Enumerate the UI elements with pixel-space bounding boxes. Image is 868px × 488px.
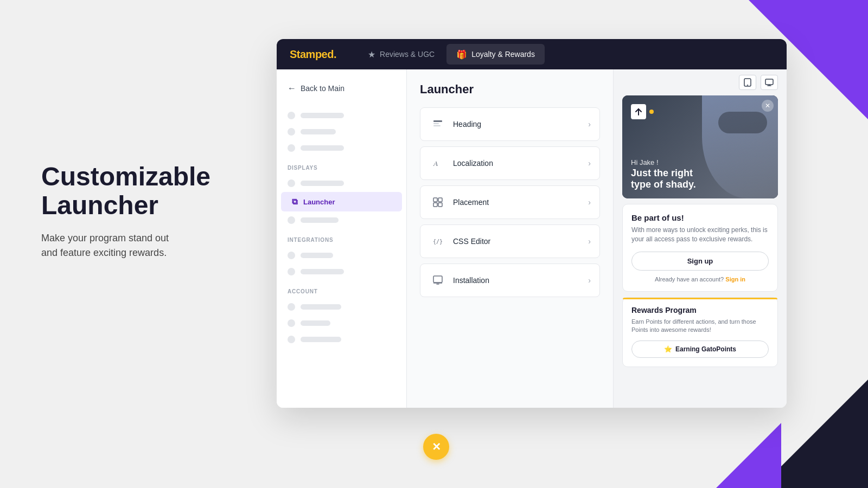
hero-text-block: Hi Jake ! Just the right type of shady. xyxy=(631,158,696,191)
skeleton-circle xyxy=(288,179,295,187)
skeleton-item-8 xyxy=(277,299,406,315)
back-to-main-button[interactable]: ← Back to Main xyxy=(277,78,406,99)
svg-point-11 xyxy=(747,85,748,86)
preview-content: ✕ Hi Jake ! Just the ri xyxy=(614,95,787,408)
left-content-section: Customizable Launcher Make your program … xyxy=(41,163,210,260)
sidebar-item-launcher[interactable]: ⧉ Launcher xyxy=(281,192,402,211)
svg-text:{/}: {/} xyxy=(433,239,443,245)
signup-card-description: With more ways to unlock exciting perks,… xyxy=(631,226,769,244)
nav-tabs: ★ Reviews & UGC 🎁 Loyalty & Rewards xyxy=(358,39,545,69)
earning-points-button[interactable]: ⭐ Earning GatoPoints xyxy=(631,341,769,358)
skeleton-circle xyxy=(288,144,295,152)
svg-rect-4 xyxy=(433,198,437,202)
back-arrow-icon: ← xyxy=(288,84,296,93)
skeleton-bar xyxy=(301,337,341,342)
skeleton-item-5 xyxy=(277,212,406,228)
hero-logo-area xyxy=(631,104,654,119)
tab-reviews[interactable]: ★ Reviews & UGC xyxy=(358,44,444,65)
heading-label: Heading xyxy=(453,120,588,129)
skeleton-circle xyxy=(288,319,295,327)
preview-rewards-card: Rewards Program Earn Points for differen… xyxy=(622,297,778,368)
skeleton-bar xyxy=(301,217,339,223)
localization-label: Localization xyxy=(453,159,588,168)
localization-chevron-icon: › xyxy=(588,159,591,168)
heading-chevron-icon: › xyxy=(588,120,591,129)
hero-headline: Just the right type of shady. xyxy=(631,168,696,191)
preview-topbar xyxy=(614,69,787,95)
skeleton-circle xyxy=(288,336,295,343)
rewards-card-description: Earn Points for different actions, and t… xyxy=(631,318,769,335)
hero-greeting: Hi Jake ! xyxy=(631,158,696,166)
skeleton-item-6 xyxy=(277,247,406,264)
placement-chevron-icon: › xyxy=(588,198,591,207)
section-account-label: ACCOUNT xyxy=(277,280,406,299)
signup-card-title: Be part of us! xyxy=(631,213,769,222)
installation-icon xyxy=(429,272,446,289)
preview-panel: ✕ Hi Jake ! Just the ri xyxy=(613,69,787,408)
desktop-device-button[interactable] xyxy=(761,75,778,90)
launcher-icon: ⧉ xyxy=(292,197,298,207)
installation-chevron-icon: › xyxy=(588,276,591,285)
preview-signup-card: Be part of us! With more ways to unlock … xyxy=(622,204,778,292)
installation-label: Installation xyxy=(453,276,588,285)
menu-item-css-editor[interactable]: {/} CSS Editor › xyxy=(420,224,600,258)
skeleton-item-1 xyxy=(277,107,406,124)
svg-rect-9 xyxy=(433,276,442,282)
skeleton-bar xyxy=(301,253,333,258)
main-heading: Customizable Launcher xyxy=(41,163,210,220)
signin-link[interactable]: Sign in xyxy=(725,276,745,282)
hero-logo-mark xyxy=(631,104,646,119)
svg-rect-5 xyxy=(438,198,442,202)
signup-button[interactable]: Sign up xyxy=(631,252,769,271)
app-window: Stamped. ★ Reviews & UGC 🎁 Loyalty & Rew… xyxy=(277,39,787,408)
skeleton-item-10 xyxy=(277,331,406,348)
skeleton-bar xyxy=(301,181,344,186)
skeleton-bar xyxy=(301,129,336,134)
panel-title: Launcher xyxy=(420,82,600,97)
css-editor-icon: {/} xyxy=(429,233,446,250)
skeleton-circle xyxy=(288,128,295,136)
menu-item-placement[interactable]: Placement › xyxy=(420,185,600,219)
skeleton-bar xyxy=(301,145,344,151)
svg-rect-0 xyxy=(433,120,442,122)
hero-sunglasses xyxy=(718,112,767,133)
svg-rect-12 xyxy=(765,79,773,85)
app-body: ← Back to Main DISPLAYS xyxy=(277,69,787,408)
skeleton-item-2 xyxy=(277,124,406,140)
preview-hero-card: ✕ Hi Jake ! Just the ri xyxy=(622,95,778,198)
skeleton-item-9 xyxy=(277,315,406,331)
css-editor-chevron-icon: › xyxy=(588,237,591,246)
placement-icon xyxy=(429,194,446,211)
reward-top-border xyxy=(623,298,777,299)
fab-close-button[interactable]: ✕ xyxy=(423,434,449,460)
preview-close-button[interactable]: ✕ xyxy=(762,100,774,112)
skeleton-bar xyxy=(301,269,344,274)
skeleton-circle xyxy=(288,216,295,224)
mobile-device-button[interactable] xyxy=(739,75,756,90)
skeleton-circle xyxy=(288,252,295,259)
star-icon: ★ xyxy=(368,49,375,60)
center-panel: Launcher Heading › A xyxy=(407,69,613,408)
star-icon: ⭐ xyxy=(664,345,672,353)
menu-item-installation[interactable]: Installation › xyxy=(420,264,600,297)
skeleton-bar xyxy=(301,304,341,310)
hero-online-indicator xyxy=(649,110,654,114)
placement-label: Placement xyxy=(453,198,588,207)
svg-rect-2 xyxy=(433,125,441,126)
app-logo: Stamped. xyxy=(290,48,336,61)
section-displays-label: DISPLAYS xyxy=(277,156,406,175)
svg-rect-1 xyxy=(433,123,439,124)
menu-item-localization[interactable]: A Localization › xyxy=(420,146,600,180)
bg-triangle-bottom-right2 xyxy=(716,423,781,488)
skeleton-circle xyxy=(288,268,295,275)
tab-loyalty[interactable]: 🎁 Loyalty & Rewards xyxy=(446,44,545,65)
svg-text:A: A xyxy=(433,159,438,168)
sidebar: ← Back to Main DISPLAYS xyxy=(277,69,407,408)
rewards-card-title: Rewards Program xyxy=(631,306,769,314)
skeleton-item-7 xyxy=(277,264,406,280)
app-topbar: Stamped. ★ Reviews & UGC 🎁 Loyalty & Rew… xyxy=(277,39,787,69)
svg-rect-7 xyxy=(438,203,442,207)
section-integrations-label: INTEGRATIONS xyxy=(277,228,406,247)
menu-item-heading[interactable]: Heading › xyxy=(420,107,600,141)
signin-text: Already have an account? Sign in xyxy=(631,276,769,282)
